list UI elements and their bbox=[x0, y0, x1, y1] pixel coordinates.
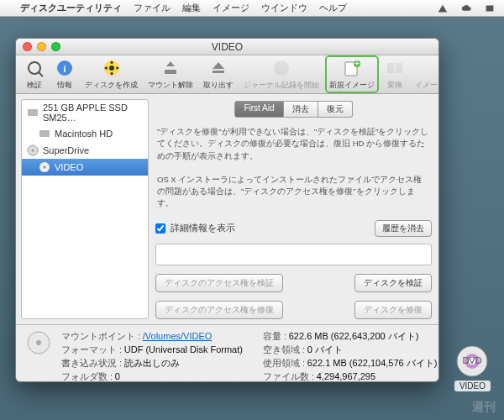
sidebar: 251 GB APPLE SSD SM25… Macintosh HD Supe… bbox=[21, 99, 149, 319]
svg-text:i: i bbox=[63, 64, 66, 74]
log-textarea[interactable] bbox=[155, 244, 432, 266]
info-icon: i bbox=[55, 58, 75, 78]
menu-image[interactable]: イメージ bbox=[213, 2, 249, 14]
burn-icon bbox=[102, 58, 122, 78]
svg-rect-7 bbox=[165, 70, 176, 74]
repair-permissions-button[interactable]: ディスクのアクセス権を修復 bbox=[155, 301, 283, 319]
toolbar: 検証 i情報 ディスクを作成 マウント解除 取り出す ジャーナル記録を開始 +新… bbox=[16, 55, 438, 94]
dvd-icon bbox=[26, 330, 51, 355]
burn-button[interactable]: ディスクを作成 bbox=[81, 56, 141, 92]
svg-point-1 bbox=[29, 62, 40, 74]
convert-button[interactable]: 変換 bbox=[381, 56, 408, 92]
new-image-button[interactable]: +新規イメージ bbox=[326, 56, 378, 92]
tab-restore[interactable]: 復元 bbox=[318, 101, 353, 118]
mountpoint-link[interactable]: /Volumes/VIDEO bbox=[143, 331, 213, 341]
stethoscope-icon bbox=[24, 58, 45, 78]
desktop-dvd-icon[interactable]: DVD VIDEO bbox=[454, 344, 491, 391]
new-image-icon: + bbox=[342, 58, 362, 78]
menulet-icon[interactable] bbox=[437, 3, 449, 14]
journal-button[interactable]: ジャーナル記録を開始 bbox=[240, 56, 323, 92]
clear-history-button[interactable]: 履歴を消去 bbox=[375, 220, 432, 237]
optical-icon bbox=[27, 144, 39, 156]
eject-button[interactable]: 取り出す bbox=[200, 56, 237, 92]
eject-icon bbox=[208, 58, 228, 78]
journal-icon bbox=[271, 58, 291, 78]
svg-rect-19 bbox=[28, 109, 38, 116]
sidebar-superdrive[interactable]: SuperDrive bbox=[22, 142, 148, 159]
cloud-icon[interactable] bbox=[460, 3, 472, 14]
tab-first-aid[interactable]: First Aid bbox=[234, 101, 283, 118]
unmount-button[interactable]: マウント解除 bbox=[144, 56, 197, 92]
info-footer: マウントポイント : /Volumes/VIDEO フォーマット : UDF (… bbox=[16, 324, 438, 381]
menu-help[interactable]: ヘルプ bbox=[319, 2, 347, 14]
dvd-icon: DVD bbox=[455, 344, 489, 378]
menu-file[interactable]: ファイル bbox=[134, 2, 171, 14]
tab-erase[interactable]: 消去 bbox=[284, 101, 318, 118]
window-title: VIDEO bbox=[16, 41, 438, 53]
svg-point-6 bbox=[109, 66, 114, 71]
hdd-icon bbox=[39, 128, 50, 139]
disk-utility-window: VIDEO 検証 i情報 ディスクを作成 マウント解除 取り出す ジャーナル記録… bbox=[15, 38, 439, 382]
dropbox-icon[interactable] bbox=[484, 3, 496, 14]
svg-rect-0 bbox=[486, 5, 494, 11]
help-text-2: OS X インストーラによってインストールされたファイルでアクセス権の問題がある… bbox=[155, 171, 432, 213]
tab-segmented-control: First Aid 消去 復元 bbox=[155, 101, 432, 118]
svg-point-22 bbox=[32, 150, 34, 152]
show-details-checkbox[interactable] bbox=[155, 223, 165, 234]
svg-text:+: + bbox=[354, 59, 360, 68]
titlebar[interactable]: VIDEO bbox=[16, 39, 438, 55]
show-details-label: 詳細情報を表示 bbox=[171, 222, 235, 234]
sidebar-video[interactable]: VIDEO bbox=[22, 159, 148, 176]
svg-rect-14 bbox=[396, 63, 402, 73]
svg-rect-13 bbox=[387, 63, 394, 73]
sidebar-macintosh-hd[interactable]: Macintosh HD bbox=[22, 125, 148, 142]
svg-text:DVD: DVD bbox=[463, 355, 482, 365]
hdd-icon bbox=[27, 107, 39, 118]
menu-window[interactable]: ウインドウ bbox=[261, 2, 307, 14]
svg-rect-20 bbox=[39, 130, 50, 137]
svg-rect-8 bbox=[213, 71, 224, 73]
repair-disk-button[interactable]: ディスクを修復 bbox=[354, 301, 432, 319]
menu-app[interactable]: ディスクユーティリティ bbox=[20, 2, 122, 14]
resize-button[interactable]: イメージのサイズを変更 bbox=[412, 56, 439, 92]
sidebar-disk[interactable]: 251 GB APPLE SSD SM25… bbox=[22, 100, 148, 125]
svg-line-2 bbox=[39, 72, 43, 76]
verify-button[interactable]: 検証 bbox=[21, 56, 48, 92]
verify-disk-button[interactable]: ディスクを検証 bbox=[354, 274, 432, 292]
menubar: ディスクユーティリティ ファイル 編集 イメージ ウインドウ ヘルプ bbox=[0, 0, 504, 17]
verify-permissions-button[interactable]: ディスクのアクセス権を検証 bbox=[155, 274, 283, 292]
watermark: 週刊 bbox=[472, 400, 496, 415]
dvd-icon bbox=[39, 161, 50, 173]
main-panel: First Aid 消去 復元 "ディスクを修復"が利用できない場合は、"ディス… bbox=[149, 94, 438, 324]
svg-point-24 bbox=[44, 166, 46, 169]
svg-point-26 bbox=[36, 340, 41, 345]
convert-icon bbox=[385, 58, 405, 78]
unmount-icon bbox=[160, 58, 181, 78]
info-button[interactable]: i情報 bbox=[51, 56, 78, 92]
svg-point-9 bbox=[274, 60, 289, 76]
desktop-icon-label: VIDEO bbox=[454, 381, 491, 391]
menu-edit[interactable]: 編集 bbox=[182, 2, 201, 14]
help-text-1: "ディスクを修復"が利用できない場合は、"ディスクを検証"をクリックしてください… bbox=[155, 123, 432, 165]
